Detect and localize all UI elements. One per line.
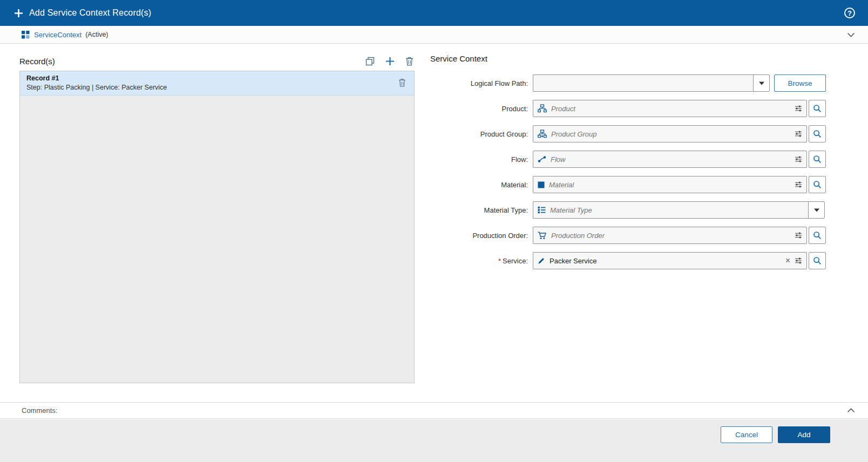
copy-record-button[interactable] <box>364 56 376 67</box>
product-group-icon <box>538 130 547 138</box>
field-row-material: Material: <box>430 176 840 193</box>
page-title: Add Service Context Record(s) <box>29 8 151 18</box>
service-label: *Service: <box>430 257 533 265</box>
production-order-search-button[interactable] <box>809 227 826 244</box>
service-field[interactable]: × <box>533 252 807 269</box>
add-record-button[interactable] <box>384 56 396 67</box>
product-label: Product: <box>430 105 533 113</box>
entity-status: (Active) <box>85 31 108 38</box>
add-plus-icon <box>14 9 23 18</box>
service-filter-icon[interactable] <box>795 257 802 264</box>
service-context-icon <box>22 31 30 39</box>
product-group-label: Product Group: <box>430 130 533 138</box>
flow-search-button[interactable] <box>809 151 826 168</box>
product-search-button[interactable] <box>809 100 826 117</box>
flow-filter-icon[interactable] <box>795 155 802 163</box>
footer-bar: Cancel Add <box>0 419 868 462</box>
records-panel: Record(s) Record #1 Step: Plastic P <box>19 53 415 383</box>
record-list: Record #1 Step: Plastic Packing | Servic… <box>19 71 415 383</box>
service-clear-icon[interactable]: × <box>785 256 790 265</box>
flow-input[interactable] <box>551 155 790 164</box>
production-order-label: Production Order: <box>430 232 533 240</box>
logical-flow-path-input[interactable] <box>538 79 749 87</box>
cancel-button[interactable]: Cancel <box>721 426 772 443</box>
field-row-flow: Flow: <box>430 151 840 168</box>
flow-field[interactable] <box>533 151 807 168</box>
service-pencil-icon <box>538 257 545 264</box>
comments-label: Comments: <box>22 406 57 415</box>
logical-flow-path-dropdown-button[interactable] <box>753 74 770 92</box>
product-group-search-button[interactable] <box>809 125 826 142</box>
comments-chevron-up-icon[interactable] <box>847 407 855 413</box>
product-group-field[interactable] <box>533 125 807 142</box>
material-label: Material: <box>430 181 533 189</box>
context-bar: ServiceContext (Active) <box>0 26 868 44</box>
material-search-button[interactable] <box>809 176 826 193</box>
service-search-button[interactable] <box>809 252 826 269</box>
product-group-input[interactable] <box>551 130 790 138</box>
material-filter-icon[interactable] <box>795 181 802 188</box>
field-row-product: Product: <box>430 100 840 117</box>
product-icon <box>538 104 547 113</box>
service-context-form: Service Context Logical Flow Path: Brows… <box>430 54 840 277</box>
field-row-product-group: Product Group: <box>430 125 840 142</box>
material-type-input[interactable] <box>550 206 804 214</box>
product-input[interactable] <box>551 105 790 113</box>
production-order-filter-icon[interactable] <box>795 232 802 239</box>
material-type-dropdown-button[interactable] <box>808 201 825 219</box>
records-header: Record(s) <box>19 53 415 69</box>
help-icon[interactable]: ? <box>844 8 855 18</box>
browse-button[interactable]: Browse <box>774 74 826 92</box>
material-type-label: Material Type: <box>430 206 533 214</box>
material-type-icon <box>538 206 546 214</box>
flow-icon <box>538 155 546 163</box>
service-input[interactable] <box>550 257 781 265</box>
delete-record-button[interactable] <box>404 56 415 67</box>
material-icon <box>538 181 545 188</box>
logical-flow-path-field[interactable] <box>533 74 753 92</box>
record-item-1[interactable]: Record #1 Step: Plastic Packing | Servic… <box>20 71 414 96</box>
record-subtitle: Step: Plastic Packing | Service: Packer … <box>26 84 408 91</box>
title-bar: Add Service Context Record(s) ? <box>0 0 868 26</box>
records-title: Record(s) <box>19 57 55 66</box>
logical-flow-path-label: Logical Flow Path: <box>430 79 533 87</box>
field-row-logical-flow-path: Logical Flow Path: Browse <box>430 74 840 92</box>
breadcrumb-entity-link[interactable]: ServiceContext <box>34 31 82 39</box>
product-group-filter-icon[interactable] <box>795 130 802 138</box>
add-button[interactable]: Add <box>778 426 830 443</box>
material-type-field[interactable] <box>533 201 808 219</box>
record-delete-icon[interactable] <box>397 77 407 88</box>
form-title: Service Context <box>430 54 840 63</box>
material-field[interactable] <box>533 176 807 193</box>
flow-label: Flow: <box>430 155 533 164</box>
material-input[interactable] <box>549 181 790 189</box>
production-order-field[interactable] <box>533 227 807 244</box>
production-order-cart-icon <box>538 232 547 240</box>
product-filter-icon[interactable] <box>795 105 802 112</box>
comments-section[interactable]: Comments: <box>0 402 868 419</box>
collapse-chevron-down-icon[interactable] <box>847 32 855 38</box>
record-title: Record #1 <box>26 74 408 82</box>
service-label-text: Service: <box>503 257 528 265</box>
field-row-service: *Service: × <box>430 252 840 269</box>
field-row-production-order: Production Order: <box>430 227 840 244</box>
production-order-input[interactable] <box>551 232 790 240</box>
product-field[interactable] <box>533 100 807 117</box>
required-marker: * <box>498 257 501 265</box>
field-row-material-type: Material Type: <box>430 201 840 219</box>
